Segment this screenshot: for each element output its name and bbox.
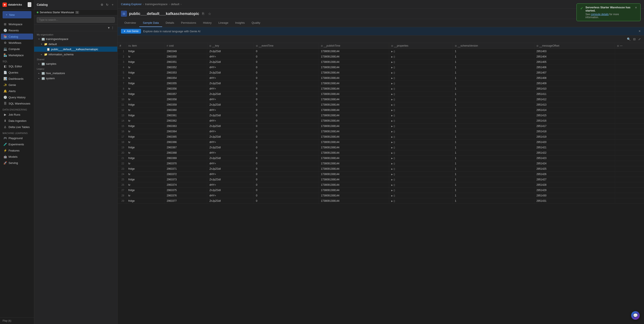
- sidebar-item-compute[interactable]: 💻 Compute: [1, 46, 33, 52]
- notification-title: Serverless Starter Warehouse has started…: [586, 6, 633, 12]
- cell-rownum: 27: [118, 188, 126, 193]
- cell-eventtime: 0: [254, 161, 318, 166]
- cell-extra: [615, 182, 644, 188]
- sidebar-item-query-history[interactable]: 🕑 Query History: [1, 94, 33, 100]
- cell-extra: [615, 124, 644, 129]
- table-filter-button[interactable]: ⊟: [632, 37, 636, 42]
- sidebar-item-features[interactable]: ⚡ Features: [1, 148, 33, 154]
- cell-rownum: 21: [118, 156, 126, 161]
- workflows-icon: ⚙: [4, 41, 7, 44]
- table-row: 18 tv 2963366 dHY= 0 1738091308144 ▶ {} …: [118, 140, 644, 145]
- cell-item: tv: [126, 193, 164, 198]
- chat-bubble-button[interactable]: 💬: [631, 311, 640, 320]
- hamburger-button[interactable]: ☰: [28, 2, 32, 7]
- catalog-refresh-button[interactable]: ↻: [105, 2, 109, 7]
- sidebar-item-workflows[interactable]: ⚙ Workflows: [1, 40, 33, 46]
- tab-sample-data[interactable]: Sample Data: [139, 19, 162, 27]
- sidebar-item-dashboards[interactable]: 📊 Dashboards: [1, 76, 33, 82]
- chevron-down-icon: ▾: [41, 43, 44, 45]
- logo-icon: ◈: [2, 2, 7, 7]
- new-button[interactable]: ＋ New: [2, 11, 32, 18]
- topbar: Catalog Explorer › trainingworkspace › d…: [118, 0, 644, 8]
- sidebar-item-alerts[interactable]: 🔔 Alerts: [1, 88, 33, 94]
- cell-rownum: 15: [118, 124, 126, 129]
- star-icon[interactable]: ☆: [207, 11, 212, 17]
- notification-close-button[interactable]: ×: [635, 6, 637, 10]
- play-footer[interactable]: Play (k): [0, 317, 34, 324]
- breadcrumb-schema[interactable]: default: [171, 2, 179, 6]
- sidebar-item-workspace[interactable]: ⊞ Workspace: [1, 21, 33, 27]
- cell-messageoffset: 2951418: [534, 129, 615, 134]
- cell-item: fridge: [126, 113, 164, 118]
- tree-item-default[interactable]: ▾ 📁 default: [34, 42, 117, 46]
- catalog-filter-button[interactable]: ▼ ⋮: [106, 26, 115, 30]
- sidebar-item-serving[interactable]: 🚀 Serving: [1, 160, 33, 166]
- catalog-add-button[interactable]: ＋: [110, 2, 115, 7]
- tab-details[interactable]: Details: [162, 19, 178, 27]
- table-expand-button[interactable]: ⤢: [638, 37, 642, 42]
- cell-eventtime: 0: [254, 145, 318, 150]
- tree-item-information-schema[interactable]: ▸ 📁 information_schema: [34, 52, 117, 57]
- catalog-search-input[interactable]: [37, 17, 115, 23]
- tab-quality[interactable]: Quality: [248, 19, 264, 27]
- tab-insights[interactable]: Insights: [232, 19, 248, 27]
- sidebar-item-playground[interactable]: 🎮 Playground: [1, 135, 33, 141]
- queries-icon: 📄: [4, 71, 7, 74]
- sidebar-item-job-runs[interactable]: ▶ Job Runs: [1, 112, 33, 118]
- sidebar-item-delta-live[interactable]: Δ Delta Live Tables: [1, 124, 33, 130]
- cell-rownum: 18: [118, 140, 126, 145]
- sidebar-item-recents[interactable]: 🕐 Recents: [1, 27, 33, 33]
- table-row: 11 fridge 2963359 ZnJpZGdl 0 17380913081…: [118, 102, 644, 108]
- cell-schemaversion: 1: [452, 124, 534, 129]
- tab-permissions[interactable]: Permissions: [178, 19, 200, 27]
- tab-overview[interactable]: Overview: [121, 19, 139, 27]
- cell-extra: [615, 118, 644, 124]
- cell-key: dHY=: [207, 161, 254, 166]
- sidebar-item-models[interactable]: 🤖 Models: [1, 154, 33, 160]
- sidebar-item-catalog[interactable]: 📚 Catalog: [1, 34, 33, 40]
- cell-item: fridge: [126, 166, 164, 172]
- cell-extra: [615, 198, 644, 204]
- cell-cost: 2963351: [164, 60, 207, 65]
- tab-lineage[interactable]: Lineage: [215, 19, 232, 27]
- sidebar-item-queries[interactable]: 📄 Queries: [1, 70, 33, 76]
- tree-item-samples[interactable]: ▸ 🏢 samples: [34, 61, 117, 66]
- cell-schemaversion: 1: [452, 49, 534, 54]
- cell-properties: ▶ {}: [389, 124, 452, 129]
- table-row: 7 fridge 2963355 ZnJpZGdl 0 173809130814…: [118, 81, 644, 86]
- table-row: 22 tv 2963370 dHY= 0 1738091308144 ▶ {} …: [118, 161, 644, 166]
- sidebar-item-sql-editor[interactable]: ◧ SQL Editor: [1, 63, 33, 69]
- cell-eventtime: 0: [254, 49, 318, 54]
- sidebar-item-marketplace[interactable]: 🏪 Marketplace: [1, 52, 33, 58]
- genie-banner-close-button[interactable]: ×: [639, 29, 640, 33]
- breadcrumb-workspace[interactable]: trainingworkspace: [145, 2, 168, 6]
- schema-tree-icon: 📁: [44, 42, 48, 46]
- sidebar-item-sql-warehouses[interactable]: 🗄 SQL Warehouses: [1, 100, 33, 106]
- ask-genie-button[interactable]: ✦ Ask Genie: [121, 29, 141, 34]
- cell-rownum: 16: [118, 129, 126, 134]
- tree-item-public-table[interactable]: 📋 public___default___kafkaschematopic: [34, 46, 117, 52]
- cell-item: fridge: [126, 177, 164, 182]
- cell-item: fridge: [126, 60, 164, 65]
- table-row: 23 fridge 2963371 ZnJpZGdl 0 17380913081…: [118, 166, 644, 172]
- table-row: 2 tv 2963350 dHY= 0 1738091308144 ▶ {} 1…: [118, 54, 644, 60]
- cell-schemaversion: 1: [452, 60, 534, 65]
- compute-details-link[interactable]: compute details: [591, 13, 609, 16]
- tree-item-system[interactable]: ▸ 🏢 system: [34, 76, 117, 81]
- cell-messageoffset: 2951408: [534, 76, 615, 81]
- sidebar-item-data-ingestion[interactable]: ⬇ Data Ingestion: [1, 118, 33, 124]
- tree-item-trainingworkspace[interactable]: ▾ 🏢 trainingworkspace: [34, 36, 117, 42]
- cell-messageoffset: 2951430: [534, 193, 615, 198]
- table-row: 10 tv 2963358 dHY= 0 1738091308144 ▶ {} …: [118, 97, 644, 102]
- table-search-button[interactable]: 🔍: [626, 37, 631, 42]
- cell-item: tv: [126, 172, 164, 177]
- sidebar-item-experiments[interactable]: 🧪 Experiments: [1, 141, 33, 147]
- catalog-settings-button[interactable]: ⚙: [100, 2, 104, 7]
- copy-icon[interactable]: ⎘: [201, 11, 205, 16]
- sidebar-item-genie[interactable]: ✨ Genie: [1, 82, 33, 88]
- tab-history[interactable]: History: [200, 19, 215, 27]
- tree-item-hive-metastore[interactable]: ▸ 🏢 hive_metastore: [34, 70, 117, 76]
- breadcrumb-catalog-explorer[interactable]: Catalog Explorer: [121, 2, 142, 6]
- cell-item: fridge: [126, 70, 164, 76]
- cell-extra: [615, 129, 644, 134]
